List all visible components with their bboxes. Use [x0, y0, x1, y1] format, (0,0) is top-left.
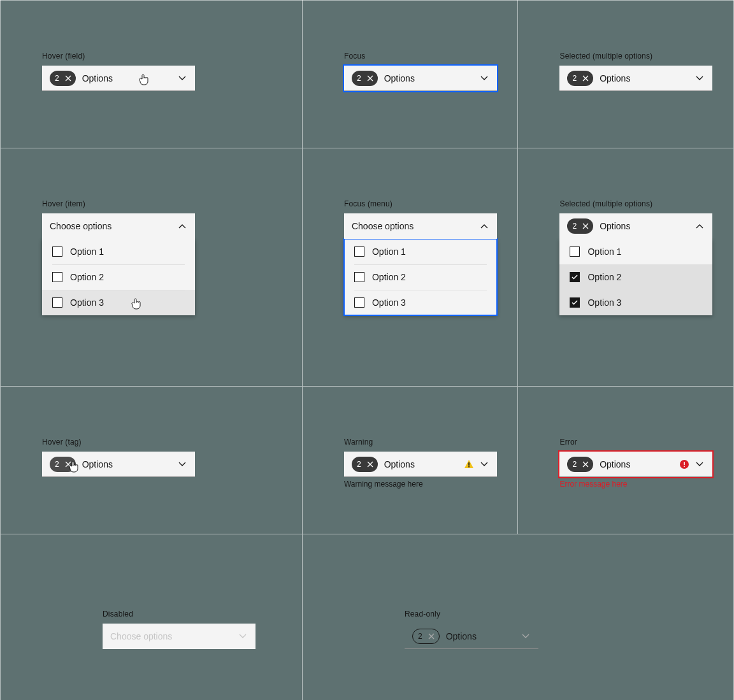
selection-tag[interactable]: 2 [567, 457, 593, 472]
chevron-down-icon [694, 73, 705, 83]
clear-icon[interactable] [365, 459, 375, 469]
svg-rect-4 [684, 466, 686, 467]
menu-item-label: Option 3 [372, 297, 406, 308]
selection-tag[interactable]: 2 [567, 218, 593, 234]
value-text: Options [384, 459, 464, 469]
state-label: Focus (menu) [344, 199, 518, 208]
tag-count: 2 [55, 74, 59, 83]
clear-icon[interactable] [580, 221, 591, 231]
menu-item-label: Option 3 [587, 297, 621, 308]
checkbox-icon[interactable] [354, 246, 364, 257]
menu-item[interactable]: Option 3 [559, 290, 712, 315]
menu-item[interactable]: Option 1 [42, 239, 195, 264]
checkbox-icon[interactable] [354, 297, 364, 308]
checkbox-icon[interactable] [52, 246, 62, 257]
state-label: Hover (tag) [42, 438, 302, 446]
placeholder-text: Choose options [50, 221, 172, 231]
value-text: Options [600, 221, 689, 231]
value-text: Options [600, 459, 679, 469]
svg-rect-3 [684, 462, 686, 465]
chevron-up-icon [694, 221, 705, 231]
placeholder-text: Choose options [110, 631, 233, 641]
clear-icon[interactable] [63, 73, 73, 83]
selection-tag[interactable]: 2 [352, 457, 378, 472]
selection-tag[interactable]: 2 [50, 457, 76, 472]
menu-list[interactable]: Option 1 Option 2 Option 3 [42, 239, 195, 315]
tag-count: 2 [572, 460, 577, 469]
selection-tag[interactable]: 2 [352, 71, 378, 86]
multiselect-error[interactable]: 2 Options [559, 452, 712, 477]
multiselect-open-selected[interactable]: 2 Options [559, 213, 712, 239]
value-text: Options [82, 73, 172, 83]
multiselect-disabled: Choose options [103, 624, 255, 649]
selection-tag[interactable]: 2 [567, 71, 593, 86]
menu-item[interactable]: Option 1 [559, 239, 712, 264]
multiselect-hover-field[interactable]: 2 Options [42, 66, 195, 91]
tag-count: 2 [418, 632, 422, 641]
menu-item[interactable]: Option 1 [344, 239, 497, 264]
menu-item-label: Option 2 [70, 272, 104, 282]
value-text: Options [384, 73, 474, 83]
multiselect-warning[interactable]: 2 Options [344, 452, 497, 477]
tag-count: 2 [55, 460, 59, 469]
value-text: Options [600, 73, 689, 83]
multiselect-focus[interactable]: 2 Options [344, 66, 497, 91]
warning-icon [464, 459, 474, 469]
error-icon [679, 459, 689, 469]
menu-item[interactable]: Option 3 [42, 290, 195, 315]
svg-rect-1 [468, 466, 470, 468]
menu-item[interactable]: Option 2 [559, 264, 712, 290]
multiselect-open-focus[interactable]: Choose options [344, 213, 497, 239]
error-message: Error message here [559, 480, 733, 489]
svg-rect-0 [468, 462, 470, 466]
clear-icon[interactable] [63, 459, 73, 469]
selection-tag[interactable]: 2 [50, 71, 76, 86]
menu-list[interactable]: Option 1 Option 2 Option 3 [344, 239, 497, 315]
multiselect-open-hover[interactable]: Choose options [42, 213, 195, 239]
chevron-down-icon [177, 459, 187, 469]
chevron-up-icon [479, 221, 489, 231]
menu-item-label: Option 1 [70, 246, 104, 257]
warning-message: Warning message here [344, 480, 518, 489]
menu-item[interactable]: Option 2 [42, 264, 195, 290]
value-text: Options [82, 459, 172, 469]
state-label: Warning [344, 438, 518, 446]
clear-icon[interactable] [580, 459, 591, 469]
placeholder-text: Choose options [352, 221, 474, 231]
clear-icon[interactable] [580, 73, 591, 83]
menu-item[interactable]: Option 2 [344, 264, 497, 290]
checkbox-icon[interactable] [52, 272, 62, 282]
multiselect-hover-tag[interactable]: 2 Options [42, 452, 195, 477]
checkbox-checked-icon[interactable] [570, 272, 580, 282]
clear-icon [426, 631, 436, 641]
menu-item-label: Option 3 [70, 297, 104, 308]
chevron-down-icon [479, 459, 489, 469]
multiselect-selected[interactable]: 2 Options [559, 66, 712, 91]
state-label: Read-only [405, 610, 733, 618]
menu-item-label: Option 1 [372, 246, 406, 257]
chevron-up-icon [177, 221, 187, 231]
state-label: Hover (field) [42, 52, 302, 61]
state-label: Focus [344, 52, 518, 61]
checkbox-icon[interactable] [354, 272, 364, 282]
chevron-down-icon [479, 73, 489, 83]
checkbox-icon[interactable] [570, 246, 580, 257]
menu-list[interactable]: Option 1 Option 2 Option 3 [559, 239, 712, 315]
pointer-cursor-icon [131, 297, 141, 308]
chevron-down-icon [694, 459, 705, 469]
tag-count: 2 [357, 460, 361, 469]
menu-item-label: Option 1 [587, 246, 621, 257]
selection-tag: 2 [412, 629, 440, 644]
state-label: Selected (multiple options) [559, 199, 733, 208]
checkbox-icon[interactable] [52, 297, 62, 308]
menu-item[interactable]: Option 3 [344, 290, 497, 315]
checkbox-checked-icon[interactable] [570, 297, 580, 308]
state-label: Selected (multiple options) [559, 52, 733, 61]
chevron-down-icon [177, 73, 187, 83]
tag-count: 2 [572, 74, 577, 83]
value-text: Options [446, 631, 515, 641]
clear-icon[interactable] [365, 73, 375, 83]
multiselect-readonly: 2 Options [405, 624, 538, 649]
menu-item-label: Option 2 [372, 272, 406, 282]
chevron-down-icon [521, 631, 531, 641]
